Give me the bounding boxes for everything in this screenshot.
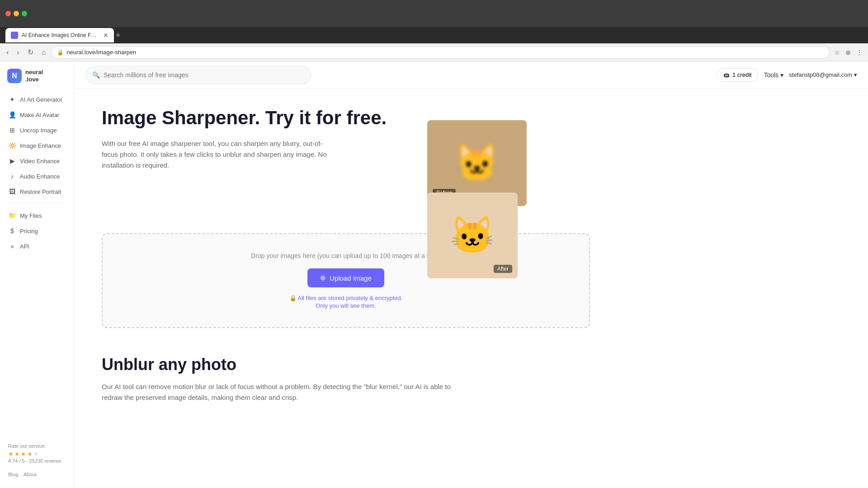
- credit-label: 1 credit: [732, 71, 752, 78]
- page: N neural .love ✦ AI Art Generator 👤 Make…: [0, 61, 868, 488]
- sidebar-footer: Rate our service: ★ ★ ★ ★ ★ 4.74 / 5 - 2…: [0, 439, 74, 481]
- sidebar-label-avatar: Make AI Avatar: [20, 112, 59, 118]
- star-1: ★: [8, 450, 14, 457]
- header-right: 🎟 1 credit Tools ▾ stefanstp08@gmail.com…: [717, 68, 857, 82]
- extensions-icon[interactable]: ⊕: [844, 47, 853, 58]
- star-4: ★: [27, 450, 33, 457]
- credit-button[interactable]: 🎟 1 credit: [717, 68, 759, 82]
- forward-button[interactable]: ›: [14, 47, 22, 58]
- menu-icon[interactable]: ⋮: [854, 47, 864, 58]
- stars: ★ ★ ★ ★ ★: [8, 450, 66, 457]
- before-after-container: Before After: [427, 107, 590, 206]
- sidebar-item-api[interactable]: » API: [4, 239, 71, 253]
- audio-enhance-icon: ♪: [8, 173, 16, 180]
- api-icon: »: [8, 243, 16, 250]
- logo: N neural .love: [0, 69, 74, 92]
- sidebar-item-uncrop-image[interactable]: ⊞ Uncrop Image: [4, 123, 71, 137]
- search-icon: 🔍: [92, 71, 100, 79]
- tab-close-btn[interactable]: ✕: [103, 32, 108, 39]
- search-bar[interactable]: 🔍: [85, 66, 311, 84]
- sidebar-item-ai-art-generator[interactable]: ✦ AI Art Generator: [4, 92, 71, 107]
- hero-title: Image Sharpener. Try it for free.: [102, 107, 400, 129]
- sidebar-item-pricing[interactable]: $ Pricing: [4, 224, 71, 238]
- ai-avatar-icon: 👤: [8, 111, 16, 118]
- browser-chrome: [0, 0, 868, 27]
- tools-label: Tools: [764, 71, 779, 79]
- tab-favicon: [11, 32, 18, 39]
- lock-icon: 🔒: [57, 49, 64, 56]
- search-input[interactable]: [104, 71, 305, 79]
- sidebar-divider: [8, 203, 66, 204]
- user-chevron: ▾: [854, 71, 857, 78]
- hero-description: With our free AI image sharpener tool, y…: [102, 138, 328, 171]
- sidebar-label-ai-art: AI Art Generator: [20, 96, 62, 103]
- upload-security: 🔒 All files are stored privately & encry…: [112, 295, 580, 309]
- hero-section: Image Sharpener. Try it for free. With o…: [102, 107, 590, 206]
- logo-text: neural .love: [25, 69, 43, 83]
- sidebar-label-video-enhance: Video Enhance: [20, 158, 60, 164]
- sidebar-item-video-enhance[interactable]: ▶ Video Enhance: [4, 154, 71, 168]
- sidebar-label-pricing: Pricing: [20, 228, 38, 235]
- sidebar-label-uncrop: Uncrop Image: [20, 127, 57, 134]
- main-content: 🔍 🎟 1 credit Tools ▾ stefanstp08@gmail.c…: [75, 61, 868, 488]
- upload-button[interactable]: ⊕ Upload image: [307, 268, 384, 287]
- sidebar-item-image-enhance[interactable]: 🔆 Image Enhance: [4, 138, 71, 153]
- url-text: neural.love/image-sharpen: [66, 49, 136, 56]
- section-title: Unblur any photo: [102, 355, 590, 374]
- security-line2: Only you will see them.: [316, 302, 376, 309]
- page-body: Image Sharpener. Try it for free. With o…: [75, 89, 617, 439]
- rating-text: 4.74 / 5 - 25236 reviews: [8, 458, 66, 464]
- sidebar-item-restore-portrait[interactable]: 🖼 Restore Portrait: [4, 184, 71, 199]
- after-label: After: [494, 265, 512, 273]
- back-button[interactable]: ‹: [4, 47, 11, 58]
- star-5: ★: [33, 450, 39, 457]
- star-2: ★: [14, 450, 20, 457]
- browser-toolbar: ‹ › ↻ ⌂ 🔒 neural.love/image-sharpen ☆ ⊕ …: [0, 43, 868, 61]
- sidebar-item-make-ai-avatar[interactable]: 👤 Make AI Avatar: [4, 108, 71, 122]
- hero-text: Image Sharpener. Try it for free. With o…: [102, 107, 400, 171]
- tools-button[interactable]: Tools ▾: [764, 71, 784, 79]
- sidebar-label-api: API: [20, 243, 29, 250]
- toolbar-icons: ☆ ⊕ ⋮: [832, 47, 864, 58]
- browser-tabs: AI Enhance Images Online For F... ✕ +: [0, 27, 868, 43]
- unblur-section: Unblur any photo Our AI tool can remove …: [102, 355, 590, 403]
- new-tab-button[interactable]: +: [116, 31, 121, 40]
- blog-link[interactable]: Blog: [8, 472, 18, 477]
- sidebar-label-image-enhance: Image Enhance: [20, 142, 61, 149]
- sidebar-label-my-files: My Files: [20, 212, 42, 219]
- section-description: Our AI tool can remove motion blur or la…: [102, 381, 463, 403]
- credit-icon: 🎟: [723, 71, 730, 79]
- sidebar-links: Blog About: [4, 468, 71, 481]
- about-link[interactable]: About: [24, 472, 37, 477]
- security-line1: 🔒 All files are stored privately & encry…: [289, 295, 403, 301]
- sidebar-nav: ✦ AI Art Generator 👤 Make AI Avatar ⊞ Un…: [0, 92, 74, 439]
- reload-button[interactable]: ↻: [25, 46, 36, 58]
- logo-icon: N: [7, 69, 22, 83]
- upload-icon: ⊕: [320, 274, 326, 282]
- star-3: ★: [21, 450, 26, 457]
- user-button[interactable]: stefanstp08@gmail.com ▾: [789, 71, 857, 78]
- tools-chevron: ▾: [780, 71, 783, 79]
- sidebar-item-my-files[interactable]: 📁 My Files: [4, 208, 71, 223]
- tab-title: AI Enhance Images Online For F...: [22, 32, 99, 38]
- rating-label: Rate our service:: [8, 443, 66, 449]
- after-image: After: [427, 192, 518, 278]
- address-bar[interactable]: 🔒 neural.love/image-sharpen: [51, 46, 830, 59]
- video-enhance-icon: ▶: [8, 157, 16, 164]
- hero-image: Before After: [427, 107, 590, 206]
- rating-section: Rate our service: ★ ★ ★ ★ ★ 4.74 / 5 - 2…: [4, 439, 71, 468]
- bookmark-icon[interactable]: ☆: [832, 47, 842, 58]
- upload-label: Upload image: [330, 274, 372, 282]
- restore-portrait-icon: 🖼: [8, 188, 16, 195]
- ai-art-icon: ✦: [8, 96, 16, 103]
- my-files-icon: 📁: [8, 212, 16, 219]
- home-button[interactable]: ⌂: [39, 47, 49, 58]
- top-header: 🔍 🎟 1 credit Tools ▾ stefanstp08@gmail.c…: [75, 61, 868, 89]
- pricing-icon: $: [8, 227, 16, 235]
- active-tab[interactable]: AI Enhance Images Online For F... ✕: [5, 28, 114, 42]
- sidebar-label-audio-enhance: Audio Enhance: [20, 173, 60, 180]
- sidebar-label-restore-portrait: Restore Portrait: [20, 188, 61, 195]
- sidebar-item-audio-enhance[interactable]: ♪ Audio Enhance: [4, 169, 71, 183]
- sidebar: N neural .love ✦ AI Art Generator 👤 Make…: [0, 61, 75, 488]
- uncrop-icon: ⊞: [8, 127, 16, 134]
